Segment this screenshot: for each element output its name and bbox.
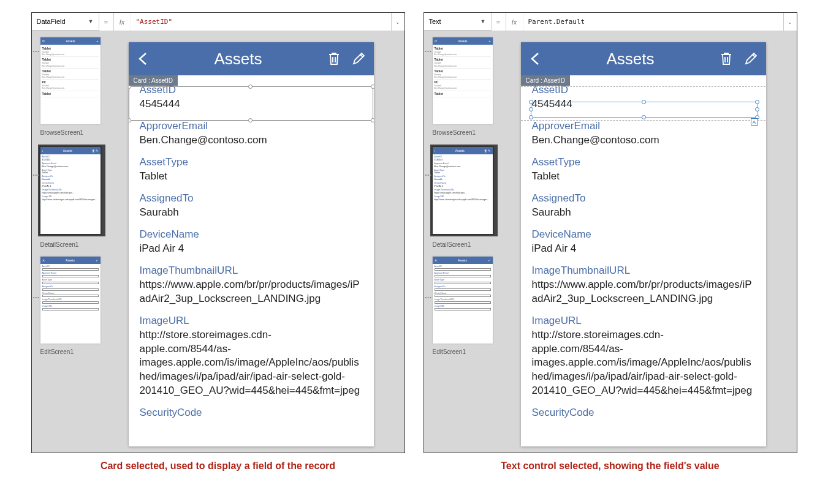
fx-icon: fx — [506, 13, 523, 31]
field-devicename[interactable]: DeviceName iPad Air 4 — [140, 225, 363, 261]
thumbnail-edit[interactable]: ✕Assets✓ AssetID ApproverEmail AssetType… — [40, 257, 101, 344]
thumbnail-detail-wrap: ‹Assets🗑 ✎ AssetID4545444 ApproverEmailB… — [38, 145, 105, 236]
formula-bar: Text ▼ = fx Parent.Default ⌄ — [424, 13, 797, 31]
field-approveremail[interactable]: ApproverEmail Ben.Change@contoso.com — [532, 116, 755, 152]
field-imageurl[interactable]: ImageURL http://store.storeimages.cdn-ap… — [140, 311, 363, 404]
field-securitycode[interactable]: SecurityCode — [140, 403, 363, 425]
thumbnail-browse[interactable]: ⟳Assets+ TabletSaurabhBen.Change@contoso… — [433, 37, 493, 124]
back-icon[interactable] — [137, 52, 148, 66]
field-value: 4545444 — [140, 97, 363, 111]
equals-sign: = — [99, 13, 114, 31]
field-assignedto[interactable]: AssignedTo Saurabh — [140, 189, 363, 225]
formula-input[interactable]: "AssetID" — [131, 13, 391, 31]
trash-icon[interactable] — [720, 51, 733, 66]
phone-header: Assets — [129, 42, 374, 75]
right-caption: Text control selected, showing the field… — [501, 461, 719, 472]
phone-preview: Assets Card : AssetID AssetID 4545444 Ap… — [521, 42, 766, 446]
formula-bar: DataField ▼ = fx "AssetID" ⌄ — [32, 13, 405, 31]
screens-panel: ⟳Assets+ TabletSaurabhBen.Change@contoso… — [430, 31, 509, 453]
thumb-label-edit: EditScreen1 — [40, 348, 112, 355]
dots-column: ••• ••• ••• — [32, 31, 38, 453]
phone-title: Assets — [553, 50, 708, 69]
back-icon[interactable] — [530, 52, 541, 66]
card-tag: Card : AssetID — [129, 75, 178, 86]
thumb-header: ⟳Assets+ — [40, 37, 101, 45]
field-assignedto[interactable]: AssignedTo Saurabh — [532, 189, 755, 225]
right-panel: Text ▼ = fx Parent.Default ⌄ ••••••••• ⟳… — [423, 12, 797, 453]
fields-container: AssetID 4545444 ApproverEmail Ben.Change… — [129, 75, 374, 430]
left-caption: Card selected, used to display a field o… — [101, 461, 335, 472]
edit-icon[interactable] — [352, 52, 365, 66]
equals-sign: = — [492, 13, 506, 31]
left-panel: DataField ▼ = fx "AssetID" ⌄ ••• ••• •••… — [31, 12, 405, 453]
field-imagethumb[interactable]: ImageThumbnailURL https://www.apple.com/… — [532, 261, 755, 311]
edit-icon[interactable] — [744, 52, 758, 66]
phone-preview: Assets Card : AssetID AssetID 4545444 — [129, 42, 374, 446]
phone-header: Assets — [521, 42, 766, 75]
property-name: DataField — [37, 18, 66, 25]
card-tag: Card : AssetID — [521, 75, 570, 86]
thumbnail-detail[interactable]: ‹Assets🗑 ✎ AssetID4545444 ApproverEmailB… — [433, 147, 493, 234]
canvas: Assets Card : AssetID AssetID 4545444 — [116, 31, 405, 453]
screens-panel: ⟳Assets+ TabletSaurabhBen.Change@contoso… — [38, 31, 116, 453]
formula-dropdown[interactable]: ⌄ — [391, 13, 405, 31]
field-imageurl[interactable]: ImageURL http://store.storeimages.cdn-ap… — [532, 311, 755, 404]
fx-icon: fx — [114, 13, 131, 31]
thumbnail-detail[interactable]: ‹Assets🗑 ✎ AssetID4545444 ApproverEmailB… — [40, 147, 101, 234]
chevron-down-icon: ▼ — [88, 18, 94, 24]
thumbnail-edit[interactable]: ✕Assets✓ AssetID ApproverEmail AssetType… — [433, 257, 493, 344]
field-devicename[interactable]: DeviceName iPad Air 4 — [532, 225, 755, 261]
field-label: AssetID — [140, 84, 363, 96]
field-assettype[interactable]: AssetType Tablet — [140, 152, 363, 189]
trash-icon[interactable] — [327, 51, 341, 66]
formula-dropdown[interactable]: ⌄ — [783, 13, 797, 31]
field-securitycode[interactable]: SecurityCode — [532, 403, 755, 425]
thumb-label-browse: BrowseScreen1 — [40, 129, 112, 136]
thumb-label-detail: DetailScreen1 — [40, 241, 112, 248]
field-approveremail[interactable]: ApproverEmail Ben.Change@contoso.com — [140, 116, 363, 152]
canvas: Assets Card : AssetID AssetID 4545444 Ap… — [509, 31, 797, 453]
property-selector[interactable]: DataField ▼ — [32, 13, 99, 31]
chevron-down-icon: ▼ — [480, 18, 486, 24]
property-name: Text — [429, 18, 441, 25]
field-imagethumb[interactable]: ImageThumbnailURL https://www.apple.com/… — [140, 261, 363, 311]
field-assettype[interactable]: AssetType Tablet — [532, 152, 755, 189]
thumbnail-browse[interactable]: ⟳Assets+ TabletSaurabhBen.Change@contoso… — [40, 37, 101, 124]
phone-title: Assets — [161, 50, 316, 69]
formula-input[interactable]: Parent.Default — [523, 13, 783, 31]
property-selector[interactable]: Text ▼ — [424, 13, 492, 31]
